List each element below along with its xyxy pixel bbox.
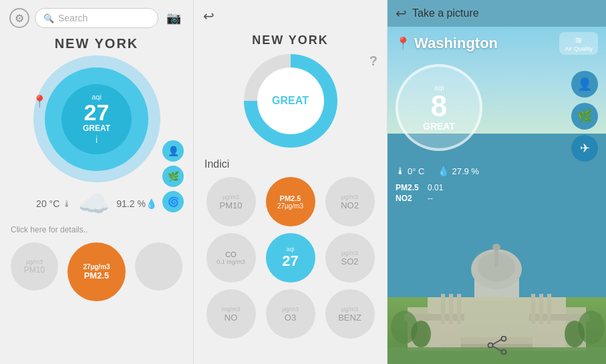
indici-title: Indici (202, 158, 379, 170)
svg-point-24 (501, 337, 506, 341)
indici-no[interactable]: mg/m3 NO (204, 289, 257, 339)
washington-aqi-ring[interactable]: aqi 8 GREAT (396, 64, 482, 151)
search-icon: 🔍 (43, 13, 54, 23)
panel3-header-bar: ↩ Take a picture (388, 0, 606, 27)
no2-row: NO2 -- (396, 194, 598, 203)
pm25-value: 27µg/m3 (83, 263, 110, 270)
panel2-city-label: NEW YORK (252, 33, 329, 47)
stat-temp-icon: 🌡 (396, 166, 405, 176)
cloud-icon: ☁️ (78, 189, 110, 218)
right-icon-leaf[interactable]: 🌿 (571, 103, 598, 130)
stat-temperature: 🌡 0° C (396, 166, 424, 176)
indici-aqi-27[interactable]: aqi 27 (264, 233, 317, 283)
stat-humidity-value: 27.9 % (452, 166, 478, 176)
humidity-value: 91.2 % (116, 198, 146, 209)
washington-label: 📍 Washington (396, 35, 498, 52)
thermometer-icon: 🌡 (62, 198, 71, 209)
panel3-pollution: PM2.5 0.01 NO2 -- (388, 180, 606, 207)
indici-circle-no: mg/m3 NO (206, 289, 256, 339)
pm25-poll-value: 0.01 (428, 183, 443, 192)
indici-section: Indici µg/m3 PM10 PM2.5 27µg/m3 µg/m3 NO… (194, 158, 387, 339)
humidity-icon: 💧 (146, 198, 157, 209)
panel3-right-icons: 👤 🌿 ✈ (571, 71, 598, 162)
washington-aqi-status: GREAT (423, 121, 455, 132)
indici-circle-co: CO 0.1 mg/m3 (206, 233, 256, 283)
indici-co[interactable]: CO 0.1 mg/m3 (204, 233, 257, 283)
back-icon[interactable]: ↩ (203, 8, 214, 24)
svg-line-27 (492, 339, 502, 345)
take-picture-label: Take a picture (412, 7, 479, 19)
side-icons: 👤 🌿 🌀 (162, 140, 184, 212)
side-icon-wave[interactable]: 🌀 (162, 191, 184, 212)
ring-inner[interactable]: GREAT (257, 67, 324, 134)
indici-circle-benz: µg/m3 BENZ (325, 289, 375, 339)
click-details-text[interactable]: Click here for details.. (0, 221, 193, 238)
washington-aqi-number: 8 (431, 92, 447, 121)
indici-pm10[interactable]: µg/m3 PM10 (204, 177, 257, 226)
aqi-circle-mid: aqi 27 GREAT i (45, 67, 148, 171)
help-icon[interactable]: ? (369, 53, 377, 69)
aqi-circle-outer: aqi 27 GREAT i (33, 55, 160, 182)
pm25-poll-label: PM2.5 (396, 183, 422, 192)
pm25-circle[interactable]: 27µg/m3 PM2.5 (67, 242, 126, 301)
location-icon: 📍 (32, 94, 47, 109)
indici-no2[interactable]: µg/m3 NO2 (323, 177, 376, 226)
air-quality-icon: ≋ (575, 35, 583, 45)
aqi-info-icon[interactable]: i (96, 134, 98, 145)
aqi-ring: GREAT (244, 54, 337, 148)
washington-city-label: Washington (414, 35, 498, 52)
indici-o3[interactable]: µg/m3 O3 (264, 289, 317, 339)
no2-poll-label: NO2 (396, 194, 422, 203)
indici-circle-aqi: aqi 27 (266, 233, 315, 283)
panel2-header: ↩ (194, 0, 387, 32)
svg-point-25 (501, 350, 506, 355)
indici-circle-o3: µg/m3 O3 (266, 289, 315, 339)
indici-so2[interactable]: µg/m3 SO2 (323, 233, 376, 283)
air-quality-badge: ≋ Air Quality (559, 32, 598, 55)
ring-outer: GREAT (244, 54, 337, 148)
indici-circle-pm25: PM2.5 27µg/m3 (266, 177, 315, 226)
panel3-top-bar: 📍 Washington ≋ Air Quality (388, 27, 606, 57)
pm25-label: PM2.5 (84, 270, 110, 281)
location-pin-icon: 📍 (396, 36, 410, 51)
side-icon-person[interactable]: 👤 (162, 140, 184, 162)
share-icon (486, 336, 508, 355)
stat-humidity: 💧 27.9 % (438, 166, 478, 176)
search-bar[interactable]: 🔍 Search (35, 8, 158, 28)
aqi-label: aqi (92, 93, 102, 101)
air-quality-text: Air Quality (565, 45, 593, 52)
pm25-row: PM2.5 0.01 (396, 183, 598, 192)
aqi-circle-inner[interactable]: aqi 27 GREAT i (61, 84, 132, 154)
search-placeholder: Search (58, 13, 88, 23)
gear-icon[interactable]: ⚙ (9, 8, 29, 28)
city-label: NEW YORK (55, 36, 139, 51)
panel3-mid: aqi 8 GREAT 👤 🌿 ✈ (388, 64, 606, 162)
side-icon-leaf[interactable]: 🌿 (162, 166, 184, 187)
no2-poll-value: -- (428, 194, 433, 203)
indici-grid: µg/m3 PM10 PM2.5 27µg/m3 µg/m3 NO2 CO (202, 177, 379, 339)
panel-new-york-indici: ↩ NEW YORK ? GREAT Indici µg/m3 PM10 PM2… (194, 0, 388, 364)
stat-temp-value: 0° C (408, 166, 424, 176)
indici-circle-pm10: µg/m3 PM10 (206, 177, 256, 226)
share-button[interactable] (486, 336, 508, 357)
panel3-stats: 🌡 0° C 💧 27.9 % (388, 162, 606, 180)
stat-humidity-icon: 💧 (438, 166, 449, 176)
bottom-circles: µg/m3 PM10 27µg/m3 PM2.5 (0, 242, 193, 301)
camera-icon[interactable]: 📷 (164, 8, 184, 28)
panel3-bottom (388, 304, 606, 364)
header-bar: ⚙ 🔍 Search 📷 (0, 0, 193, 36)
pm10-unit: µg/m3 (26, 258, 43, 265)
indici-benz[interactable]: µg/m3 BENZ (323, 289, 376, 339)
washington-aqi-label: aqi (434, 83, 444, 92)
right-icon-plane[interactable]: ✈ (571, 135, 598, 162)
indici-pm25[interactable]: PM2.5 27µg/m3 (264, 177, 317, 226)
pm10-circle[interactable]: µg/m3 PM10 (11, 242, 58, 291)
panel3-back-icon[interactable]: ↩ (396, 5, 407, 21)
indici-circle-no2: µg/m3 NO2 (325, 177, 375, 226)
indici-circle-so2: µg/m3 SO2 (325, 233, 375, 283)
svg-point-26 (488, 343, 492, 348)
pm10-label: PM10 (24, 265, 45, 275)
panel-new-york-main: ⚙ 🔍 Search 📷 NEW YORK 📍 aqi 27 GREAT i 👤… (0, 0, 194, 364)
right-icon-person[interactable]: 👤 (571, 71, 598, 98)
unknown-circle[interactable] (135, 242, 182, 291)
